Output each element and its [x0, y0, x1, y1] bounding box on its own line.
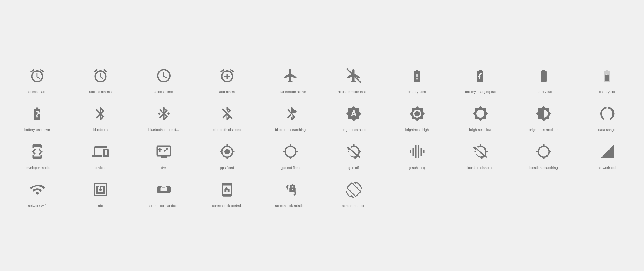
bluetooth-connected-cell: bluetooth connect...	[132, 98, 195, 136]
screen-rotation-label: screen rotation	[342, 204, 365, 208]
airplanemode-active-cell: airplanemode active	[259, 60, 322, 98]
battery-full-label: battery full	[536, 90, 552, 94]
location-searching-label: location searching	[529, 166, 558, 170]
gps-off-cell: gps off	[322, 136, 385, 173]
battery-full-cell: battery full	[512, 60, 575, 98]
airplanemode-active-label: airplanemode active	[275, 90, 306, 94]
svg-rect-1	[605, 74, 609, 81]
graphic-eq-cell: graphic eq	[385, 136, 449, 173]
airplanemode-inactive-icon	[343, 65, 365, 86]
brightness-high-icon	[406, 103, 428, 124]
brightness-low-icon	[470, 103, 491, 124]
add-alarm-label: add alarm	[219, 90, 235, 94]
dvr-icon	[153, 141, 175, 162]
devices-icon	[90, 141, 111, 162]
access-alarms-label: access alarms	[89, 90, 112, 94]
gps-fixed-cell: gps fixed	[195, 136, 259, 173]
gps-off-icon	[343, 141, 365, 162]
screen-lock-rotation-cell: screen lock rotation	[259, 173, 322, 211]
location-disabled-icon	[470, 141, 491, 162]
brightness-high-cell: brightness high	[385, 98, 449, 136]
brightness-auto-cell: brightness auto	[322, 98, 385, 136]
data-usage-icon	[596, 103, 618, 124]
screen-lock-portrait-icon	[216, 179, 238, 200]
screen-lock-landscape-label: screen lock landsc...	[148, 204, 180, 208]
add-alarm-icon	[216, 65, 238, 86]
bluetooth-label: bluetooth	[93, 128, 108, 132]
battery-alert-label: battery alert	[408, 90, 426, 94]
screen-lock-rotation-label: screen lock rotation	[275, 204, 306, 208]
battery-std-icon	[596, 65, 618, 86]
battery-charging-full-icon	[470, 65, 491, 86]
brightness-auto-icon	[343, 103, 365, 124]
gps-fixed-icon	[216, 141, 238, 162]
bluetooth-searching-icon	[280, 103, 301, 124]
nfc-label: nfc	[98, 204, 103, 208]
bluetooth-connected-label: bluetooth connect...	[148, 128, 179, 132]
bluetooth-searching-label: bluetooth searching	[275, 128, 306, 132]
access-alarm-label: access alarm	[27, 90, 47, 94]
screen-rotation-cell: screen rotation	[322, 173, 385, 211]
battery-charging-full-label: battery charging full	[465, 90, 496, 94]
brightness-low-cell: brightness low	[449, 98, 512, 136]
battery-alert-icon	[406, 65, 428, 86]
location-searching-icon	[533, 141, 555, 162]
network-wifi-icon	[26, 179, 48, 200]
gps-not-fixed-cell: gps not fixed	[259, 136, 322, 173]
gps-off-label: gps off	[348, 166, 359, 170]
add-alarm-cell: add alarm	[195, 60, 259, 98]
screen-rotation-icon	[343, 179, 365, 200]
dvr-label: dvr	[161, 166, 166, 170]
devices-label: devices	[94, 166, 106, 170]
access-time-label: access time	[154, 90, 173, 94]
brightness-low-label: brightness low	[469, 128, 491, 132]
developer-mode-label: developer mode	[25, 166, 50, 170]
battery-std-label: battery std	[599, 90, 615, 94]
bluetooth-cell: bluetooth	[69, 98, 132, 136]
screen-lock-rotation-icon	[280, 179, 301, 200]
dvr-cell: dvr	[132, 136, 195, 173]
gps-not-fixed-label: gps not fixed	[281, 166, 300, 170]
location-disabled-label: location disabled	[467, 166, 493, 170]
gps-fixed-label: gps fixed	[220, 166, 234, 170]
screen-lock-portrait-cell: screen lock portrait	[195, 173, 259, 211]
developer-mode-icon	[26, 141, 48, 162]
data-usage-label: data usage	[598, 128, 615, 132]
battery-full-icon	[533, 65, 555, 86]
bluetooth-disabled-icon	[216, 103, 238, 124]
battery-unknown-cell: battery unknown	[5, 98, 69, 136]
access-alarms-icon	[90, 65, 111, 86]
screen-lock-portrait-label: screen lock portrait	[212, 204, 242, 208]
location-searching-cell: location searching	[512, 136, 575, 173]
brightness-high-label: brightness high	[405, 128, 429, 132]
screen-lock-landscape-icon	[153, 179, 175, 200]
nfc-icon	[90, 179, 111, 200]
access-alarms-cell: access alarms	[69, 60, 132, 98]
network-cell-icon	[596, 141, 618, 162]
bluetooth-disabled-label: bluetooth disabled	[213, 128, 241, 132]
battery-unknown-label: battery unknown	[24, 128, 50, 132]
bluetooth-disabled-cell: bluetooth disabled	[195, 98, 259, 136]
battery-std-cell: battery std	[575, 60, 639, 98]
battery-charging-full-cell: battery charging full	[449, 60, 512, 98]
brightness-medium-icon	[533, 103, 555, 124]
bluetooth-connected-icon	[153, 103, 175, 124]
data-usage-cell: data usage	[575, 98, 639, 136]
bluetooth-icon	[90, 103, 111, 124]
access-time-icon	[153, 65, 175, 86]
airplanemode-inactive-cell: airplanemode inac...	[322, 60, 385, 98]
gps-not-fixed-icon	[280, 141, 301, 162]
icon-grid: access alarm access alarms access time a…	[5, 60, 639, 211]
airplanemode-active-icon	[280, 65, 301, 86]
network-wifi-label: network wifi	[28, 204, 46, 208]
brightness-auto-label: brightness auto	[342, 128, 366, 132]
location-disabled-cell: location disabled	[449, 136, 512, 173]
access-time-cell: access time	[132, 60, 195, 98]
devices-cell: devices	[69, 136, 132, 173]
battery-alert-cell: battery alert	[385, 60, 449, 98]
access-alarm-icon	[26, 65, 48, 86]
brightness-medium-cell: brightness medium	[512, 98, 575, 136]
airplanemode-inactive-label: airplanemode inac...	[338, 90, 369, 94]
graphic-eq-label: graphic eq	[409, 166, 425, 170]
bluetooth-searching-cell: bluetooth searching	[259, 98, 322, 136]
